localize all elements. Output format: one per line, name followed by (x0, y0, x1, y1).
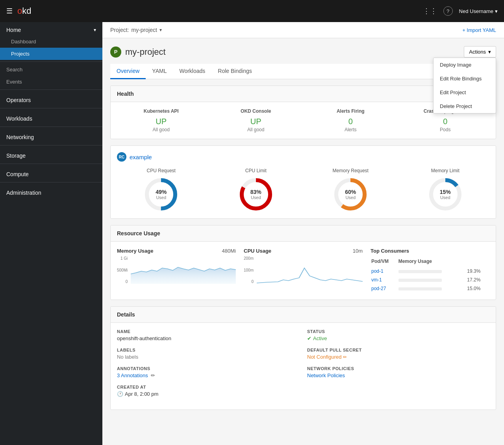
donut-memory-limit-used: Used (440, 195, 451, 200)
sidebar-compute-header[interactable]: Compute (0, 166, 102, 181)
dashboard-label: Dashboard (11, 39, 36, 45)
health-k8s-label: Kubernetes API (117, 108, 206, 114)
pod27-link[interactable]: pod-27 (371, 286, 386, 291)
networking-label: Networking (6, 134, 34, 140)
sidebar: Home ▾ Dashboard Projects Search Events … (0, 22, 102, 445)
storage-label: Storage (6, 153, 26, 159)
import-yaml-button[interactable]: + Import YAML (462, 27, 496, 33)
detail-pull-secret-key: DEFAULT PULL SECRET (307, 348, 489, 352)
sidebar-item-events[interactable]: Events (0, 76, 102, 88)
delete-project-item[interactable]: Delete Project (434, 99, 496, 113)
edit-project-item[interactable]: Edit Project (434, 86, 496, 99)
health-pods-value: 0 (401, 117, 490, 126)
tab-role-bindings[interactable]: Role Bindings (211, 64, 258, 79)
sidebar-home-label: Home (6, 27, 21, 33)
tab-yaml[interactable]: YAML (146, 64, 173, 79)
cpu-usage-panel: CPU Usage 10m 200m100m0 (244, 248, 363, 293)
deploy-image-item[interactable]: Deploy Image (434, 58, 496, 72)
project-header-bar: Project: my-project ▾ + Import YAML (102, 22, 504, 38)
workloads-label: Workloads (6, 115, 32, 122)
vm1-link[interactable]: vm-1 (371, 277, 382, 283)
user-menu[interactable]: Ned Username ▾ (459, 8, 498, 14)
donut-cpu-request-text: 49% Used (156, 189, 167, 200)
resource-usage-section: Resource Usage Memory Usage 480Mi 1 Gi50… (110, 225, 496, 300)
tab-workloads[interactable]: Workloads (173, 64, 211, 79)
annotations-link[interactable]: 3 Annotations (117, 372, 148, 378)
resource-usage-title: Resource Usage (111, 225, 496, 242)
detail-created-key: CREATED AT (117, 385, 299, 389)
sidebar-workloads-header[interactable]: Workloads (0, 110, 102, 125)
pod1-pct: 19.3% (465, 267, 489, 275)
donut-cpu-limit-pct: 83% (250, 189, 261, 195)
content-area: Project: my-project ▾ + Import YAML P my… (102, 22, 504, 445)
annotations-edit-icon[interactable]: ✏ (151, 372, 155, 378)
donut-cpu-request-label: CPU Request (117, 168, 206, 173)
details-grid: NAME openshift-authentication LABELS No … (117, 329, 489, 403)
detail-labels-value: No labels (117, 354, 299, 360)
detail-pull-secret-group: DEFAULT PULL SECRET Not Configured ✏ (307, 348, 489, 360)
hamburger-icon[interactable]: ☰ (6, 7, 13, 15)
consumers-tbody: pod-1 19.3% (371, 267, 489, 292)
donut-memory-limit-label: Memory Limit (401, 168, 490, 173)
detail-pull-secret-value[interactable]: Not Configured ✏ (307, 354, 489, 360)
sidebar-storage-header[interactable]: Storage (0, 147, 102, 162)
donut-cpu-limit-label: CPU Limit (212, 168, 300, 173)
memory-chart-svg (131, 256, 236, 284)
administration-label: Administration (6, 190, 41, 196)
grid-icon[interactable]: ⋮⋮ (423, 7, 437, 15)
cpu-chart-wrapper: 200m100m0 (244, 256, 363, 284)
detail-network-policies-value[interactable]: Network Policies (307, 372, 489, 378)
username-label: Ned Username (459, 8, 493, 14)
topnav-right: ⋮⋮ ? Ned Username ▾ (423, 6, 498, 16)
actions-button[interactable]: Actions ▾ (464, 46, 496, 58)
health-okd-console: OKD Console UP All good (212, 108, 300, 132)
sidebar-item-projects[interactable]: Projects (0, 48, 102, 60)
col-pct (465, 259, 489, 266)
sidebar-home-header[interactable]: Home ▾ (0, 22, 102, 35)
resource-usage-body: Memory Usage 480Mi 1 Gi500Mi0 (111, 242, 496, 300)
sidebar-item-dashboard[interactable]: Dashboard (0, 35, 102, 48)
import-yaml-label: + Import YAML (462, 27, 496, 33)
sidebar-networking-header[interactable]: Networking (0, 128, 102, 143)
donut-cpu-limit: CPU Limit 83% Used (212, 168, 300, 212)
home-chevron-icon: ▾ (94, 27, 96, 33)
sidebar-administration-header[interactable]: Administration (0, 184, 102, 199)
col-memory-usage: Memory Usage (398, 259, 464, 266)
top-consumers-panel: Top Consumers Pod/VM Memory Usage (371, 248, 489, 293)
donut-memory-request-used: Used (345, 195, 356, 200)
memory-value: 480Mi (222, 248, 236, 254)
actions-wrapper: Actions ▾ Deploy Image Edit Role Binding… (464, 46, 496, 58)
memory-usage-panel: Memory Usage 480Mi 1 Gi500Mi0 (117, 248, 236, 293)
help-icon[interactable]: ? (443, 6, 453, 16)
consumers-table: Pod/VM Memory Usage pod-1 (371, 258, 489, 293)
cpu-y-axis: 200m100m0 (244, 256, 255, 284)
detail-status-value: ✔ Active (307, 335, 489, 341)
tab-overview[interactable]: Overview (110, 64, 146, 79)
project-dropdown-icon[interactable]: ▾ (159, 27, 162, 33)
detail-labels-key: LABELS (117, 348, 299, 352)
edit-role-bindings-item[interactable]: Edit Role Bindings (434, 72, 496, 86)
resource-grid: Memory Usage 480Mi 1 Gi500Mi0 (117, 248, 489, 293)
pull-secret-edit-icon[interactable]: ✏ (343, 354, 347, 360)
project-name-link[interactable]: my-project (131, 27, 157, 33)
detail-annotations-group: ANNOTATIONS 3 Annotations ✏ (117, 366, 299, 378)
donut-memory-limit-pct: 15% (440, 189, 451, 195)
page-title: P my-project (110, 47, 166, 58)
sidebar-operators-header[interactable]: Operators (0, 91, 102, 106)
cpu-header: CPU Usage 10m (244, 248, 363, 254)
cpu-value: 10m (353, 248, 363, 254)
detail-network-policies-group: NETWORK POLICIES Network Policies (307, 366, 489, 378)
donut-cpu-request: CPU Request 49% Used (117, 168, 206, 212)
donut-memory-limit-text: 15% Used (440, 189, 451, 200)
example-link[interactable]: example (130, 154, 152, 160)
pod27-bar-container (398, 287, 442, 290)
donut-memory-limit: Memory Limit 15% Used (401, 168, 490, 212)
sidebar-item-search[interactable]: Search (0, 63, 102, 76)
project-prefix: Project: (110, 27, 129, 33)
health-console-sublabel: All good (212, 127, 300, 132)
actions-label: Actions (469, 49, 486, 55)
health-k8s-sublabel: All good (117, 127, 206, 132)
health-alerts: Alerts Firing 0 Alerts (306, 108, 395, 132)
donut-cpu-request-pct: 49% (156, 189, 167, 195)
pod1-link[interactable]: pod-1 (371, 268, 384, 274)
